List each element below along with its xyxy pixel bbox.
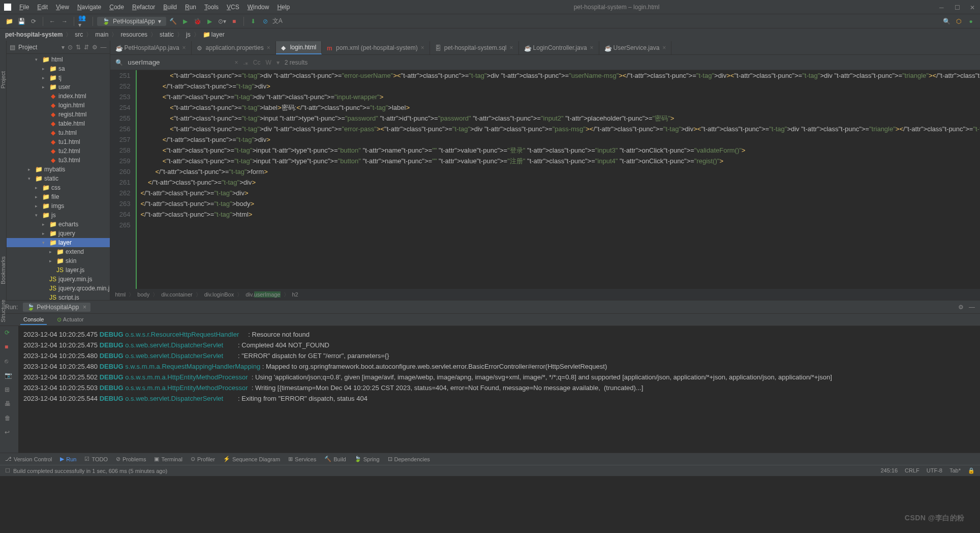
menu-build[interactable]: Build xyxy=(159,4,181,11)
bottom-tool-dependencies[interactable]: ⊡ Dependencies xyxy=(388,456,430,462)
stop-icon[interactable]: ■ xyxy=(229,16,239,26)
coverage-icon[interactable]: ▶ xyxy=(205,16,215,26)
git-branch-icon[interactable]: 🔒 xyxy=(968,467,975,474)
breadcrumb-segment[interactable]: src xyxy=(75,31,83,38)
bottom-tool-build[interactable]: 🔨 Build xyxy=(324,456,346,462)
code-content[interactable]: <"t-attr">class"t-punc">="t-tag">div "t-… xyxy=(137,70,981,289)
bottom-tool-profiler[interactable]: ⊙ Profiler xyxy=(191,456,215,462)
editor-crumb-segment[interactable]: html xyxy=(115,291,126,298)
regex-toggle[interactable]: .⁎ xyxy=(243,59,248,66)
print-icon[interactable]: 🖶 xyxy=(5,400,14,409)
add-config-icon[interactable]: 👥▾ xyxy=(78,16,88,26)
run-configuration-selector[interactable]: 🍃 PetHospitalApp ▾ xyxy=(97,17,166,26)
tree-node-script-js[interactable]: JSscript.js xyxy=(7,293,110,300)
bottom-tool-sequence-diagram[interactable]: ⚡ Sequence Diagram xyxy=(223,456,280,462)
exit-icon[interactable]: ⎋ xyxy=(5,358,14,367)
save-icon[interactable]: 💾 xyxy=(16,16,26,26)
tree-node-imgs[interactable]: ▸📁imgs xyxy=(7,201,110,211)
status-icon[interactable]: ☐ xyxy=(5,467,10,474)
tree-node-tj[interactable]: ▸📁tj xyxy=(7,73,110,82)
close-search-icon[interactable]: × xyxy=(235,59,238,66)
breadcrumb-segment[interactable]: js xyxy=(186,31,191,38)
sync-icon[interactable]: ⟳ xyxy=(28,16,39,26)
tree-node-mybatis[interactable]: ▸📁mybatis xyxy=(7,165,110,174)
run-icon[interactable]: ▶ xyxy=(180,16,191,26)
editor-tab-logincontroller[interactable]: ☕LoginController.java × xyxy=(519,41,599,54)
collapse-all-icon[interactable]: ⇵ xyxy=(84,44,89,51)
bottom-tool-problems[interactable]: ⊘ Problems xyxy=(116,456,146,462)
menu-edit[interactable]: Edit xyxy=(33,4,52,11)
settings-icon[interactable]: ⚙ xyxy=(958,304,964,311)
git-update-icon[interactable]: ⬇ xyxy=(248,16,258,26)
structure-tool-button[interactable]: Structure xyxy=(0,300,6,322)
editor-crumb-segment[interactable]: div.userImage xyxy=(246,291,280,298)
code-editor[interactable]: ▲15 ✓10 ˄ ˅ IJ 2512522532542552562572582… xyxy=(110,70,981,289)
tree-node-index-html[interactable]: ◆index.html xyxy=(7,92,110,101)
hide-icon[interactable]: — xyxy=(101,44,107,51)
bottom-tool-services[interactable]: ⊞ Services xyxy=(288,456,316,462)
build-icon[interactable]: 🔨 xyxy=(168,16,178,26)
tree-node-tu-html[interactable]: ◆tu.html xyxy=(7,128,110,137)
breadcrumb-segment[interactable]: main xyxy=(95,31,108,38)
menu-window[interactable]: Window xyxy=(243,4,273,11)
file-encoding[interactable]: UTF-8 xyxy=(927,467,942,474)
project-tool-button[interactable]: Project xyxy=(0,71,6,88)
tree-node-regist-html[interactable]: ◆regist.html xyxy=(7,110,110,119)
maximize-button[interactable]: ☐ xyxy=(955,4,961,10)
tree-node-file[interactable]: ▸📁file xyxy=(7,192,110,201)
tree-node-tu1-html[interactable]: ◆tu1.html xyxy=(7,137,110,146)
close-button[interactable]: ✕ xyxy=(970,4,976,10)
rerun-icon[interactable]: ⟳ xyxy=(5,329,14,338)
tree-node-static[interactable]: ▾📁static xyxy=(7,174,110,183)
tree-node-tu3-html[interactable]: ◆tu3.html xyxy=(7,156,110,165)
stop-icon[interactable]: ■ xyxy=(5,343,14,352)
chevron-down-icon[interactable]: ▾ xyxy=(62,44,65,51)
forward-icon[interactable]: → xyxy=(59,16,70,26)
editor-tab-application[interactable]: ⚙application.properties × xyxy=(192,41,276,54)
profile-icon[interactable]: ⊙▾ xyxy=(217,16,227,26)
tree-node-jquery[interactable]: ▸📁jquery xyxy=(7,229,110,238)
bookmarks-tool-button[interactable]: Bookmarks xyxy=(0,256,6,284)
debug-icon[interactable]: 🐞 xyxy=(193,16,203,26)
menu-tools[interactable]: Tools xyxy=(200,4,223,11)
indent-setting[interactable]: Tab* xyxy=(950,467,961,474)
tree-node-user[interactable]: ▸📁user xyxy=(7,82,110,92)
run-config-tab[interactable]: 🍃 PetHospitalApp × xyxy=(23,303,90,312)
settings-icon[interactable]: ⚙ xyxy=(92,44,98,51)
menu-file[interactable]: File xyxy=(15,4,33,11)
bottom-tool-todo[interactable]: ☑ TODO xyxy=(84,456,108,462)
ide-update-icon[interactable]: ⬡ xyxy=(954,16,964,26)
menu-help[interactable]: Help xyxy=(273,4,294,11)
bottom-tool-version-control[interactable]: ⎇ Version Control xyxy=(5,456,52,462)
actuator-tab[interactable]: ⊙ Actuator xyxy=(54,315,86,324)
tree-node-table-html[interactable]: ◆table.html xyxy=(7,119,110,128)
words-toggle[interactable]: W xyxy=(266,59,271,66)
git-commit-icon[interactable]: ⊘ xyxy=(260,16,270,26)
tree-node-extend[interactable]: ▸📁extend xyxy=(7,247,110,256)
breadcrumb-segment[interactable]: resources xyxy=(120,31,147,38)
editor-tab-userservice[interactable]: ☕UserService.java × xyxy=(599,41,672,54)
editor-tab-pet-hospital-system[interactable]: 🗄pet-hospital-system.sql × xyxy=(430,41,519,54)
case-toggle[interactable]: Cc xyxy=(253,59,261,66)
console-output[interactable]: 2023-12-04 10:20:25.475 DEBUG o.s.w.s.r.… xyxy=(18,326,980,453)
tree-node-css[interactable]: ▸📁css xyxy=(7,183,110,192)
search-everywhere-icon[interactable]: 🔍 xyxy=(941,16,952,26)
caret-position[interactable]: 245:16 xyxy=(880,467,898,474)
tree-node-layer-js[interactable]: JSlayer.js xyxy=(7,265,110,275)
wrap-icon[interactable]: ↩ xyxy=(5,429,14,438)
editor-tab-login[interactable]: ◆login.html xyxy=(276,41,322,54)
menu-navigate[interactable]: Navigate xyxy=(73,4,105,11)
tree-node-layer[interactable]: ▾📁layer xyxy=(7,238,110,247)
editor-crumb-segment[interactable]: div.loginBox xyxy=(204,291,234,298)
select-opened-icon[interactable]: ⊙ xyxy=(68,44,73,51)
open-icon[interactable]: 📁 xyxy=(4,16,14,26)
tree-node-js[interactable]: ▾📁js xyxy=(7,211,110,220)
editor-crumb-segment[interactable]: h2 xyxy=(292,291,298,298)
avatar-icon[interactable]: ● xyxy=(966,16,976,26)
tree-node-skin[interactable]: ▸📁skin xyxy=(7,256,110,265)
project-tree[interactable]: ▾📁html▸📁sa▸📁tj▸📁user◆index.html◆login.ht… xyxy=(7,54,110,300)
menu-view[interactable]: View xyxy=(52,4,73,11)
line-separator[interactable]: CRLF xyxy=(905,467,920,474)
menu-vcs[interactable]: VCS xyxy=(223,4,243,11)
translate-icon[interactable]: 文A xyxy=(272,16,283,26)
